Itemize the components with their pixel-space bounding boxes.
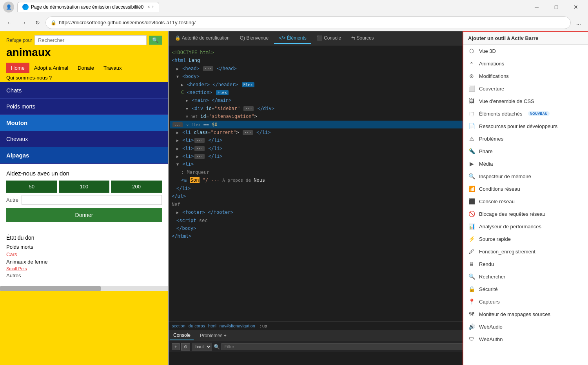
address-bar[interactable]: 🔒 https://microsoftedge.github.io/Demos/…	[45, 16, 571, 29]
tool-security[interactable]: 🔒 Sécurité	[463, 283, 588, 295]
tool-network-console[interactable]: ⬛ Console réseau	[463, 195, 588, 208]
tab-welcome[interactable]: G) Bienvenue	[235, 33, 273, 44]
maximize-button[interactable]: □	[547, 2, 565, 13]
tool-webaudio[interactable]: 🔊 WebAudio	[463, 320, 588, 333]
tool-dev-resources[interactable]: 📄 Ressources pour les développeurs	[463, 120, 588, 132]
dev-icon: 📄	[468, 123, 475, 130]
tool-webauthn[interactable]: 🛡 WebAuthn	[463, 333, 588, 345]
small-pets-link[interactable]: Small Pets	[6, 266, 27, 271]
tool-media[interactable]: ▶ Média	[463, 157, 588, 170]
list-chevaux[interactable]: Chevaux	[0, 131, 168, 147]
cars-link[interactable]: Cars	[6, 251, 17, 257]
tool-detached[interactable]: ⬚ Éléments détachés NOUVEAU	[463, 107, 588, 120]
breadcrumb-body[interactable]: du corps	[189, 323, 205, 328]
nav-travaux[interactable]: Travaux	[99, 63, 126, 73]
console-clear-btn[interactable]: ⊘	[181, 343, 190, 351]
block-icon: 🚫	[468, 210, 475, 217]
tool-network-cond[interactable]: 📶 Conditions réseau	[463, 182, 588, 195]
mod-icon: ⊗	[468, 72, 475, 80]
search-input[interactable]	[34, 35, 147, 45]
refresh-button[interactable]: ↻	[31, 16, 44, 29]
list-poids-morts[interactable]: Poids morts	[0, 99, 168, 115]
other-label: Autre	[6, 197, 18, 203]
nav-adopt[interactable]: Adopt a Animal	[29, 63, 73, 73]
breadcrumb-section[interactable]: section	[172, 323, 185, 328]
url-text: https://microsoftedge.github.io/Demos/de…	[59, 20, 196, 25]
console-icon: ⬛	[468, 198, 475, 205]
audio-icon: 🔊	[468, 323, 475, 330]
perf-icon: 📊	[468, 223, 475, 230]
search-icon: 🔍	[468, 273, 475, 280]
tool-recording[interactable]: 🖊 Fonction_enregistrement	[463, 245, 588, 258]
list-alpagas[interactable]: Alpagas	[0, 147, 168, 164]
tool-couverture[interactable]: ⬜ Couverture	[463, 82, 588, 95]
breadcrumb-nav[interactable]: nav#sitenavigation	[220, 323, 255, 328]
tool-animations[interactable]: ⚬ Animations	[463, 57, 588, 70]
donation-section: Aidez-nous avec un don 50 100 200 Autre …	[0, 164, 168, 228]
tab-suffix: < +	[147, 4, 154, 10]
media-icon: ▶	[468, 160, 475, 167]
tab-console[interactable]: ⬛ Console	[312, 33, 346, 44]
tab-cert[interactable]: 🔒 Autorité de certification	[170, 33, 234, 44]
donate-50[interactable]: 50	[6, 181, 57, 193]
donate-200[interactable]: 200	[111, 181, 162, 193]
elements-icon: </>	[279, 35, 285, 41]
filter-icon: 🔍	[214, 344, 220, 350]
tool-problemes[interactable]: ⚠ Problèmes	[463, 132, 588, 145]
site-title: animaux	[6, 47, 162, 59]
console-tab[interactable]: Console	[170, 331, 194, 340]
horizontal-scrollbar[interactable]	[0, 286, 168, 291]
browser-tab[interactable]: Page de démonstration avec émission d'ac…	[17, 2, 159, 12]
site-nav: Home Adopt a Animal Donate Travaux	[0, 63, 168, 73]
anim-icon: ⚬	[468, 60, 475, 67]
devtools-container: 🔒 Autorité de certification G) Bienvenue…	[169, 31, 588, 365]
cube-icon: ⬡	[468, 47, 475, 54]
search-button[interactable]: 🔍	[149, 36, 162, 45]
breadcrumb-html[interactable]: html	[208, 323, 216, 328]
site-submenu[interactable]: Qui sommes-nous ?	[0, 73, 168, 82]
donate-100[interactable]: 100	[59, 181, 110, 193]
tool-perf[interactable]: 📊 Analyseur de performances	[463, 220, 588, 233]
tool-vue3d[interactable]: ⬡ Vue 3D	[463, 45, 588, 57]
nav-donate[interactable]: Donate	[73, 63, 99, 73]
console-add-btn[interactable]: +	[172, 343, 180, 350]
close-button[interactable]: ✕	[567, 2, 585, 13]
problems-tab[interactable]: Problèmes +	[197, 331, 230, 340]
status-poids: Poids morts	[6, 244, 162, 250]
sec-icon: 🔒	[468, 285, 475, 293]
tab-elements[interactable]: </> Éléments	[274, 33, 311, 44]
tool-css-overview[interactable]: 🖼 Vue d'ensemble de CSS	[463, 95, 588, 107]
warn-icon: ⚠	[468, 135, 475, 142]
minimize-button[interactable]: ─	[528, 2, 546, 13]
tool-search[interactable]: 🔍 Rechercher	[463, 270, 588, 283]
breadcrumb-pseudo: : up	[260, 323, 267, 328]
tool-source-maps[interactable]: 🗺 Moniteur de mappages sources	[463, 308, 588, 320]
back-button[interactable]: ←	[3, 16, 16, 29]
tool-request-blocking[interactable]: 🚫 Blocage des requêtes réseau	[463, 208, 588, 220]
tool-memory[interactable]: 🔍 Inspecteur de mémoire	[463, 170, 588, 182]
console-level-select[interactable]: haut	[192, 343, 212, 351]
list-chats[interactable]: Chats	[0, 82, 168, 99]
donation-other-row: Autre	[6, 195, 162, 205]
tool-sensors[interactable]: 📍 Capteurs	[463, 295, 588, 308]
list-mouton[interactable]: Mouton	[0, 115, 168, 131]
donation-other-input[interactable]	[22, 195, 162, 205]
status-title: État du don	[6, 235, 162, 241]
more-button[interactable]: ...	[572, 16, 585, 29]
forward-button[interactable]: →	[17, 16, 30, 29]
phare-icon: 🔦	[468, 148, 475, 155]
edge-icon	[22, 4, 29, 10]
rec-icon: 🖊	[468, 248, 475, 255]
tool-modifications[interactable]: ⊗ Modifications	[463, 70, 588, 82]
status-ferme: Animaux de ferme	[6, 259, 162, 265]
mem-icon: 🔍	[468, 173, 475, 180]
nav-home[interactable]: Home	[6, 63, 29, 73]
tab-sources[interactable]: ⇆ Sources	[347, 33, 378, 44]
donate-button[interactable]: Donner	[6, 208, 162, 222]
tool-quick-source[interactable]: ⚡ Source rapide	[463, 233, 588, 245]
cover-icon: ⬜	[468, 85, 475, 92]
status-cars: Cars	[6, 251, 162, 257]
tool-render[interactable]: 🖥 Rendu	[463, 258, 588, 270]
tools-menu: Ajouter un outil à Activ Barre ⬡ Vue 3D …	[463, 31, 588, 365]
tool-phare[interactable]: 🔦 Phare	[463, 145, 588, 157]
